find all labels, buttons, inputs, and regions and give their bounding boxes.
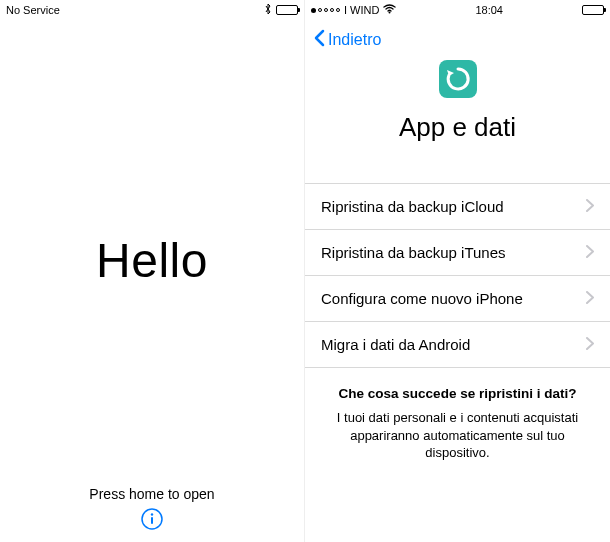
- option-setup-new[interactable]: Configura come nuovo iPhone: [305, 276, 610, 322]
- info-title: Che cosa succede se ripristini i dati?: [325, 386, 590, 401]
- info-body: I tuoi dati personali e i contenuti acqu…: [325, 409, 590, 462]
- option-label: Migra i dati da Android: [321, 336, 470, 353]
- chevron-right-icon: [586, 244, 594, 261]
- time-label: 18:04: [475, 4, 503, 16]
- carrier-label: I WIND: [344, 4, 379, 16]
- signal-icon: [311, 8, 340, 13]
- svg-point-1: [151, 513, 153, 515]
- option-label: Ripristina da backup iCloud: [321, 198, 504, 215]
- hello-text: Hello: [0, 233, 304, 288]
- svg-rect-4: [439, 60, 477, 98]
- bluetooth-icon: [264, 3, 272, 17]
- battery-icon: [582, 5, 604, 15]
- press-home-label: Press home to open: [0, 486, 304, 502]
- chevron-right-icon: [586, 336, 594, 353]
- battery-icon: [276, 5, 298, 15]
- hello-area: Hello: [0, 233, 304, 288]
- restore-icon: [305, 60, 610, 102]
- option-restore-itunes[interactable]: Ripristina da backup iTunes: [305, 230, 610, 276]
- option-list: Ripristina da backup iCloud Ripristina d…: [305, 183, 610, 368]
- chevron-right-icon: [586, 198, 594, 215]
- option-label: Configura come nuovo iPhone: [321, 290, 523, 307]
- content-area: App e dati Ripristina da backup iCloud R…: [305, 60, 610, 480]
- option-label: Ripristina da backup iTunes: [321, 244, 506, 261]
- phone-hello-screen: No Service Hello Press home to open: [0, 0, 305, 542]
- back-label: Indietro: [328, 31, 381, 49]
- wifi-icon: [383, 4, 396, 16]
- status-bar-right: I WIND 18:04: [305, 0, 610, 20]
- svg-point-3: [389, 12, 391, 14]
- option-restore-icloud[interactable]: Ripristina da backup iCloud: [305, 184, 610, 230]
- chevron-right-icon: [586, 290, 594, 307]
- nav-bar: Indietro: [305, 20, 610, 60]
- option-migrate-android[interactable]: Migra i dati da Android: [305, 322, 610, 368]
- service-status: No Service: [6, 4, 60, 16]
- svg-rect-2: [151, 517, 153, 524]
- back-button[interactable]: Indietro: [313, 29, 381, 51]
- phone-apps-data-screen: I WIND 18:04 Indietro App e dat: [305, 0, 610, 542]
- status-bar-left: No Service: [0, 0, 304, 20]
- page-title: App e dati: [305, 112, 610, 143]
- info-section: Che cosa succede se ripristini i dati? I…: [305, 368, 610, 480]
- chevron-left-icon: [313, 29, 325, 51]
- info-icon[interactable]: [141, 508, 163, 534]
